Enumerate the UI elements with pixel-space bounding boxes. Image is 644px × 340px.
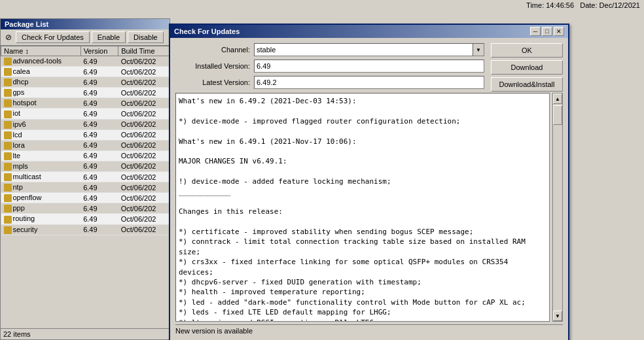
pkg-name-cell: openflow: [1, 193, 81, 203]
close-button[interactable]: ✕: [554, 27, 564, 36]
pkg-icon: [4, 58, 12, 65]
dialog-titlebar: Check For Updates ─ □ ✕: [170, 25, 568, 38]
pkg-name-cell: lcd: [1, 129, 81, 140]
installed-version-input[interactable]: [254, 60, 484, 73]
pkg-name-cell: calea: [1, 67, 81, 77]
check-updates-button[interactable]: Check For Updates: [16, 31, 90, 43]
table-row[interactable]: lcd 6.49 Oct/06/202: [1, 129, 170, 140]
col-name: Name ↕: [1, 46, 81, 56]
pkg-icon: [4, 184, 12, 192]
content-area: What's new in 6.49.2 (2021-Dec-03 14:53)…: [175, 93, 563, 322]
pkg-build-cell: Oct/06/202: [118, 150, 170, 161]
pkg-icon: [4, 131, 12, 139]
changelog-box[interactable]: What's new in 6.49.2 (2021-Dec-03 14:53)…: [175, 93, 550, 322]
pkg-build-cell: Oct/06/202: [118, 56, 170, 67]
pkg-build-cell: Oct/06/202: [118, 129, 170, 140]
pkg-build-cell: Oct/06/202: [118, 140, 170, 150]
time-value: 14:46:56: [546, 1, 574, 9]
status-message: New version is available: [175, 324, 563, 335]
table-row[interactable]: advanced-tools 6.49 Oct/06/202: [1, 56, 170, 67]
download-button[interactable]: Download: [491, 60, 563, 75]
table-row[interactable]: openflow 6.49 Oct/06/202: [1, 193, 170, 203]
pkg-version-cell: 6.49: [80, 161, 118, 171]
pkg-version-cell: 6.49: [80, 119, 118, 129]
dialog-body: OK Download Download&Install Channel: ▼ …: [170, 38, 568, 340]
scroll-up-button[interactable]: ▲: [553, 94, 562, 104]
pkg-build-cell: Oct/06/202: [118, 224, 170, 235]
table-row[interactable]: ntp 6.49 Oct/06/202: [1, 182, 170, 193]
pkg-icon: [4, 163, 12, 171]
pkg-name-cell: dhcp: [1, 77, 81, 88]
pkg-build-cell: Oct/06/202: [118, 172, 170, 182]
table-row[interactable]: lte 6.49 Oct/06/202: [1, 150, 170, 161]
table-row[interactable]: dhcp 6.49 Oct/06/202: [1, 77, 170, 88]
pkg-version-cell: 6.49: [80, 214, 118, 224]
restore-button[interactable]: □: [542, 27, 552, 36]
pkg-icon: [4, 68, 12, 76]
scroll-down-button[interactable]: ▼: [553, 311, 562, 321]
top-bar: Time: 14:46:56 Date: Dec/12/2021: [522, 0, 644, 10]
ok-button[interactable]: OK: [491, 43, 563, 58]
pkg-version-cell: 6.49: [80, 77, 118, 88]
pkg-icon: [4, 99, 12, 107]
col-build-time: Build Time: [118, 46, 170, 56]
table-row[interactable]: ppp 6.49 Oct/06/202: [1, 203, 170, 214]
pkg-build-cell: Oct/06/202: [118, 98, 170, 109]
installed-version-label: Installed Version:: [175, 62, 254, 70]
table-row[interactable]: lora 6.49 Oct/06/202: [1, 140, 170, 150]
pkg-icon: [4, 89, 12, 97]
table-row[interactable]: routing 6.49 Oct/06/202: [1, 214, 170, 224]
download-install-button[interactable]: Download&Install: [491, 77, 563, 92]
pkg-build-cell: Oct/06/202: [118, 161, 170, 171]
table-row[interactable]: multicast 6.49 Oct/06/202: [1, 172, 170, 182]
pkg-name-cell: hotspot: [1, 98, 81, 109]
date-label: Date:: [580, 1, 597, 9]
pkg-build-cell: Oct/06/202: [118, 193, 170, 203]
pkg-version-cell: 6.49: [80, 129, 118, 140]
enable-button[interactable]: Enable: [92, 31, 126, 43]
table-row[interactable]: hotspot 6.49 Oct/06/202: [1, 98, 170, 109]
pkg-icon: [4, 205, 12, 212]
pkg-version-cell: 6.49: [80, 193, 118, 203]
pkg-version-cell: 6.49: [80, 150, 118, 161]
pkg-icon: [4, 110, 12, 118]
table-row[interactable]: ipv6 6.49 Oct/06/202: [1, 119, 170, 129]
pkg-build-cell: Oct/06/202: [118, 88, 170, 98]
pkg-icon: [4, 78, 12, 86]
pkg-icon: [4, 216, 12, 224]
pkg-build-cell: Oct/06/202: [118, 182, 170, 193]
pkg-name-cell: ppp: [1, 203, 81, 214]
installed-version-row: Installed Version:: [175, 60, 484, 73]
pkg-name-cell: gps: [1, 88, 81, 98]
panel-title: Package List: [1, 19, 170, 29]
package-panel: Package List ⊘ Check For Updates Enable …: [0, 18, 170, 340]
pkg-name-cell: lte: [1, 150, 81, 161]
dialog-controls: ─ □ ✕: [530, 27, 564, 36]
table-row[interactable]: gps 6.49 Oct/06/202: [1, 88, 170, 98]
date-value: Dec/12/2021: [599, 1, 640, 9]
channel-dropdown-arrow[interactable]: ▼: [473, 43, 484, 56]
table-row[interactable]: mpls 6.49 Oct/06/202: [1, 161, 170, 171]
pkg-name-cell: ntp: [1, 182, 81, 193]
pkg-build-cell: Oct/06/202: [118, 109, 170, 119]
table-row[interactable]: security 6.49 Oct/06/202: [1, 224, 170, 235]
latest-version-input[interactable]: [254, 76, 484, 89]
package-table-container: Name ↕ Version Build Time advanced-tools…: [1, 46, 170, 301]
pkg-version-cell: 6.49: [80, 140, 118, 150]
disable-button[interactable]: Disable: [128, 31, 164, 43]
pkg-build-cell: Oct/06/202: [118, 214, 170, 224]
pkg-version-cell: 6.49: [80, 56, 118, 67]
pkg-icon: [4, 173, 12, 181]
pkg-build-cell: Oct/06/202: [118, 77, 170, 88]
pkg-name-cell: lora: [1, 140, 81, 150]
channel-select[interactable]: [254, 43, 473, 56]
package-table: Name ↕ Version Build Time advanced-tools…: [1, 46, 170, 235]
scroll-thumb[interactable]: [553, 105, 562, 125]
table-row[interactable]: iot 6.49 Oct/06/202: [1, 109, 170, 119]
minimize-button[interactable]: ─: [530, 27, 541, 36]
scrollbar-track: ▲ ▼: [552, 93, 563, 322]
pkg-name-cell: routing: [1, 214, 81, 224]
right-buttons: OK Download Download&Install: [491, 43, 563, 92]
pkg-name-cell: mpls: [1, 161, 81, 171]
table-row[interactable]: calea 6.49 Oct/06/202: [1, 67, 170, 77]
